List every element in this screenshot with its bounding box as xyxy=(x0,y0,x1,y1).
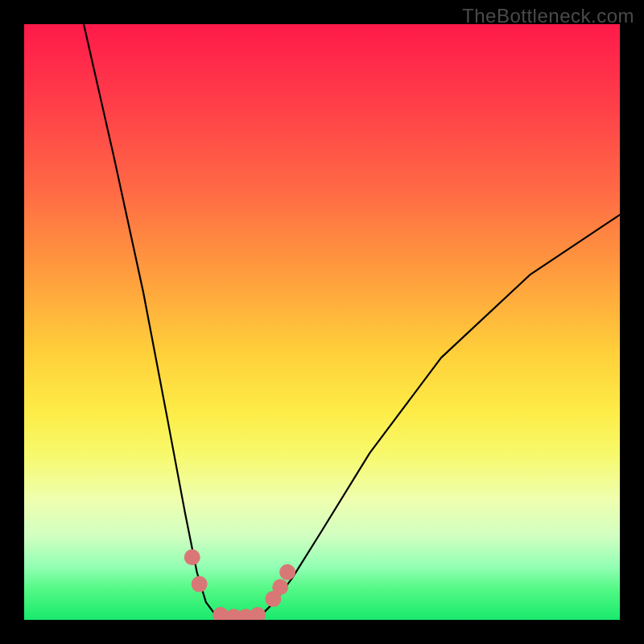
watermark-text: TheBottleneck.com xyxy=(462,5,634,27)
gradient-background xyxy=(24,24,620,620)
chart-frame: TheBottleneck.com xyxy=(0,0,644,644)
